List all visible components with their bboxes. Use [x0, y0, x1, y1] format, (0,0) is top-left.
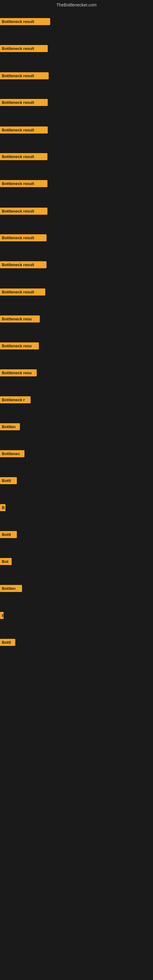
bottleneck-result-item: Bottleneck result: [0, 18, 50, 25]
bottleneck-result-item: Bottleneck result: [0, 72, 49, 79]
bottleneck-result-item: Bot: [0, 558, 12, 565]
bottleneck-result-item: Bottleneck result: [0, 261, 46, 268]
bottleneck-result-item: Bottleneck result: [0, 288, 45, 296]
bottleneck-result-item: Bottl: [0, 639, 15, 646]
bottleneck-result-item: B: [0, 504, 5, 511]
bottleneck-result-item: Bottlen: [0, 585, 22, 592]
bottleneck-result-item: Bottlen: [0, 423, 20, 430]
bottleneck-result-item: Bottleneck r: [0, 396, 30, 403]
bottleneck-result-item: Bottleneck result: [0, 234, 46, 241]
bottleneck-result-item: Bottleneck result: [0, 45, 48, 52]
bottleneck-result-item: Bottleneck result: [0, 99, 48, 106]
bottleneck-result-item: Bottleneck resu: [0, 369, 37, 376]
bottleneck-result-item: Bottl: [0, 531, 17, 538]
bottleneck-result-item: B: [0, 612, 4, 619]
bottleneck-result-item: Bottl: [0, 477, 17, 484]
bottleneck-result-item: Bottleneck result: [0, 180, 48, 187]
site-title: TheBottlenecker.com: [0, 0, 153, 10]
bottleneck-result-item: Bottleneck result: [0, 208, 48, 215]
bottleneck-result-item: Bottlenec: [0, 450, 24, 457]
bottleneck-result-item: Bottleneck result: [0, 153, 48, 160]
bottleneck-result-item: Bottleneck resu: [0, 315, 40, 323]
bottleneck-result-item: Bottleneck resu: [0, 342, 39, 350]
bottleneck-result-item: Bottleneck result: [0, 126, 48, 134]
